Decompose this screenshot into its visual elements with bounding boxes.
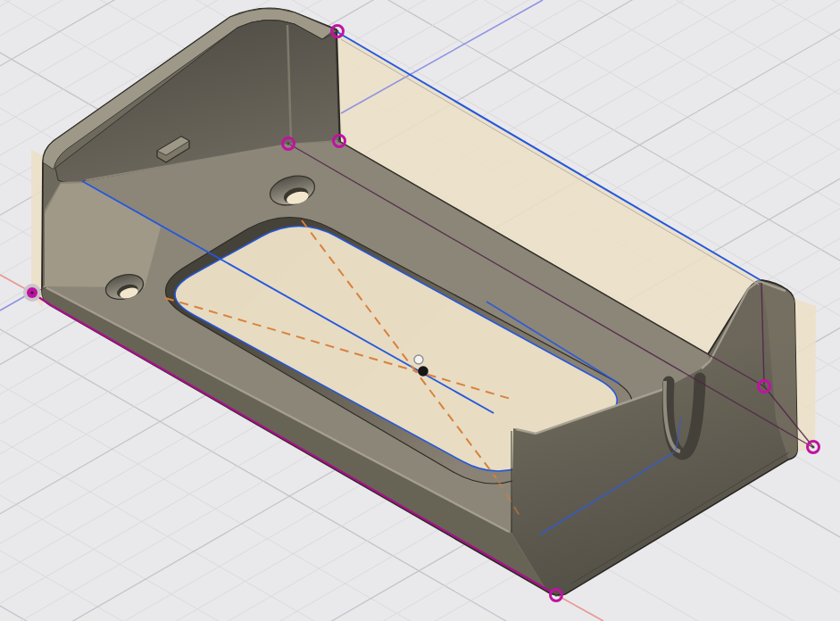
center-point-black[interactable] (418, 366, 428, 377)
center-point-white[interactable] (414, 355, 423, 364)
cad-viewport[interactable] (0, 0, 840, 621)
cad-3d-scene (0, 0, 840, 621)
sketch-origin-point[interactable] (23, 284, 41, 302)
